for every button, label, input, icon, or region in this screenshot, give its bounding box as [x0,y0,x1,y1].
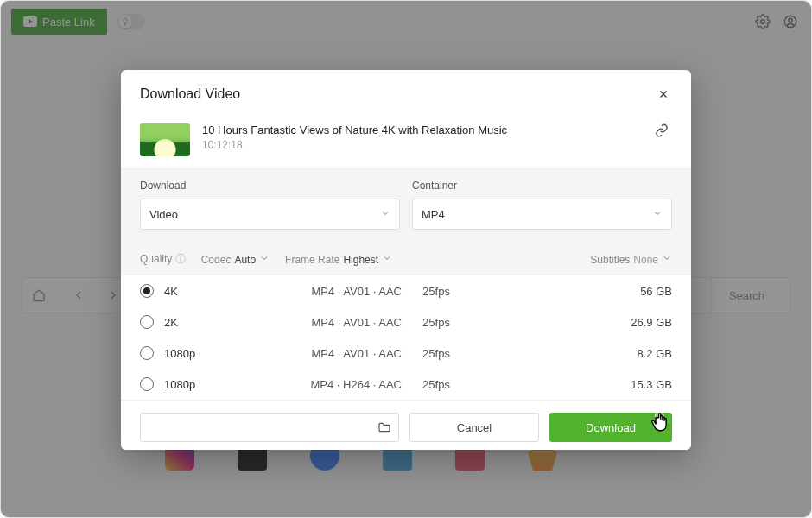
quality-fps: 25fps [402,285,471,298]
quality-format: MP4 · H264 · AAC [259,378,402,391]
video-thumbnail [140,123,190,156]
download-type-label: Download [140,180,400,192]
radio-icon [140,315,154,329]
video-title: 10 Hours Fantastic Views of Nature 4K wi… [202,123,643,136]
quality-list: 4KMP4 · AV01 · AAC25fps56 GB2KMP4 · AV01… [121,275,691,400]
quality-fps: 25fps [402,316,471,329]
quality-size: 56 GB [640,285,672,298]
output-folder-field[interactable] [140,413,399,442]
quality-option[interactable]: 2KMP4 · AV01 · AAC25fps26.9 GB [121,306,691,338]
copy-link-button[interactable] [655,123,672,141]
close-button[interactable] [655,85,672,103]
modal-overlay: Download Video 10 Hours Fantastic Views … [1,1,811,517]
quality-label: 4K [164,285,259,298]
cancel-button[interactable]: Cancel [409,413,539,442]
quality-fps: 25fps [402,347,471,360]
quality-size: 8.2 GB [638,347,672,360]
quality-label: 1080p [164,347,259,360]
modal-title: Download Video [140,86,240,102]
quality-format: MP4 · AV01 · AAC [259,316,402,329]
folder-icon [377,420,391,434]
container-label: Container [412,180,672,192]
quality-format: MP4 · AV01 · AAC [259,347,402,360]
download-video-modal: Download Video 10 Hours Fantastic Views … [121,70,691,450]
quality-option[interactable]: 1080pMP4 · AV01 · AAC25fps8.2 GB [121,338,691,369]
radio-icon [140,284,154,298]
container-select[interactable]: MP4 [412,199,672,230]
chevron-down-icon [652,208,663,221]
quality-label: 2K [164,316,259,329]
radio-icon [140,377,154,391]
download-type-select[interactable]: Video [140,199,400,230]
quality-option[interactable]: 4KMP4 · AV01 · AAC25fps56 GB [121,275,691,306]
quality-size: 15.3 GB [631,378,672,391]
codec-select[interactable]: CodecAuto [201,253,270,266]
chevron-down-icon [380,208,390,221]
subtitles-select[interactable]: SubtitlesNone [590,253,672,266]
quality-size: 26.9 GB [631,316,672,329]
quality-label: 1080p [164,378,259,391]
quality-option[interactable]: 1080pMP4 · H264 · AAC25fps15.3 GB [121,369,691,400]
quality-label: Quality ⓘ [140,252,186,267]
chevron-down-icon [259,253,270,266]
video-duration: 10:12:18 [202,139,643,151]
quality-format: MP4 · AV01 · AAC [259,285,402,298]
quality-fps: 25fps [402,378,471,391]
radio-icon [140,346,154,360]
video-info-row: 10 Hours Fantastic Views of Nature 4K wi… [121,123,691,169]
download-button[interactable]: Download [549,413,672,442]
chevron-down-icon [662,253,672,266]
framerate-select[interactable]: Frame RateHighest [285,253,392,266]
chevron-down-icon [382,253,392,266]
